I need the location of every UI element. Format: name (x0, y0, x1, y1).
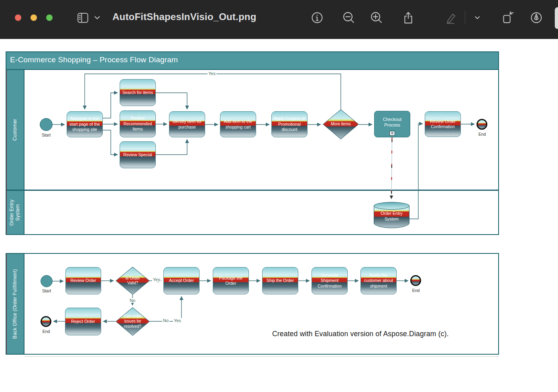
task-notify-customer: Notify the customer about shipment (360, 267, 397, 294)
edge-label-valid-no: No (129, 298, 136, 303)
end-label: End (476, 132, 488, 137)
decision-can-resolve: Can order issues be resolved? (116, 307, 150, 336)
start-label-2: Start (39, 288, 54, 293)
sidebar-chevron-icon[interactable] (92, 9, 103, 27)
minimize-button[interactable] (31, 14, 37, 21)
task-apply-coupon: Apply Coupon or Promotional discount (271, 111, 308, 137)
end-event-customer (477, 119, 487, 130)
task-ship-order: Ship the Order (262, 267, 298, 294)
titlebar-edge-control[interactable] (555, 7, 558, 29)
zoom-out-icon[interactable] (340, 9, 358, 27)
task-reject-order: Reject Order (65, 308, 101, 335)
task-review-order: Review Order (65, 267, 101, 294)
annotate-pen-icon[interactable] (527, 9, 545, 27)
datastore-order-entry-system: Order Entry System (374, 202, 409, 228)
edge-label-resolve-no: No (162, 318, 169, 323)
pool-title: E-Commerce Shopping – Process Flow Diagr… (6, 52, 498, 70)
start-event-customer (40, 118, 53, 131)
edge-label-yes-more-items: Yes (208, 71, 216, 76)
decision-is-order-valid: Is Order Valid? (116, 267, 150, 295)
task-review-order-confirmation: Review Order Confirmation (425, 111, 461, 137)
markup-pencil-icon (442, 9, 459, 27)
task-review-special: Review Special (120, 141, 156, 168)
lane-divider-pool1 (6, 190, 498, 191)
lane-label-customer: Customer (6, 70, 24, 190)
end-event-reject (41, 316, 51, 327)
pool2-bottom-hairline (24, 356, 499, 357)
close-button[interactable] (15, 14, 21, 21)
app-window: AutoFitShapesInVisio_Out.png (0, 0, 558, 392)
pool-ecommerce (6, 51, 499, 235)
task-accept-order: Accept Order (163, 267, 200, 294)
subprocess-checkout: Checkout Process + (374, 111, 410, 137)
task-search-items: Search for items (120, 79, 156, 106)
zoom-window-button[interactable] (46, 14, 53, 21)
subprocess-plus-marker: + (389, 131, 395, 136)
task-add-item-cart: Add item to the shopping cart (220, 111, 256, 137)
sidebar-toggle-icon[interactable] (74, 9, 92, 27)
window-title: AutoFitShapesInVisio_Out.png (112, 11, 257, 22)
share-icon[interactable] (399, 9, 417, 27)
start-label: Start (39, 133, 54, 137)
rotate-left-icon[interactable] (499, 9, 517, 27)
evaluation-watermark: Created with Evaluation version of Aspos… (272, 330, 449, 338)
end-label-3: End (40, 329, 52, 334)
task-identify-item: Identify Item for purchase (169, 111, 205, 137)
decision-more-items: More items (323, 109, 359, 139)
lane-label-order-entry: Order Entry System (6, 191, 24, 234)
info-icon[interactable] (308, 9, 326, 27)
end-label-2: End (410, 288, 422, 293)
start-event-back-office (41, 275, 53, 287)
task-navigate-start-page: Navigate to the start page of the shoppi… (67, 111, 103, 137)
task-generate-shipment-confirmation: Generate Shipment Confirmation (312, 267, 348, 294)
edge-label-valid-yes: Yes (152, 277, 161, 282)
markup-chevron-icon[interactable] (470, 9, 484, 27)
task-package-order: Package the Order (213, 267, 249, 294)
task-review-recommended: Review Recommended Items (120, 110, 156, 137)
end-event-back-office (410, 275, 421, 286)
toolbar-divider (465, 11, 465, 24)
edge-label-resolve-yes: Yes (173, 318, 182, 323)
lane-label-back-office: Back Office (Order Fullfillment) (6, 254, 24, 354)
window-titlebar: AutoFitShapesInVisio_Out.png (0, 0, 558, 39)
zoom-in-icon[interactable] (368, 9, 385, 27)
